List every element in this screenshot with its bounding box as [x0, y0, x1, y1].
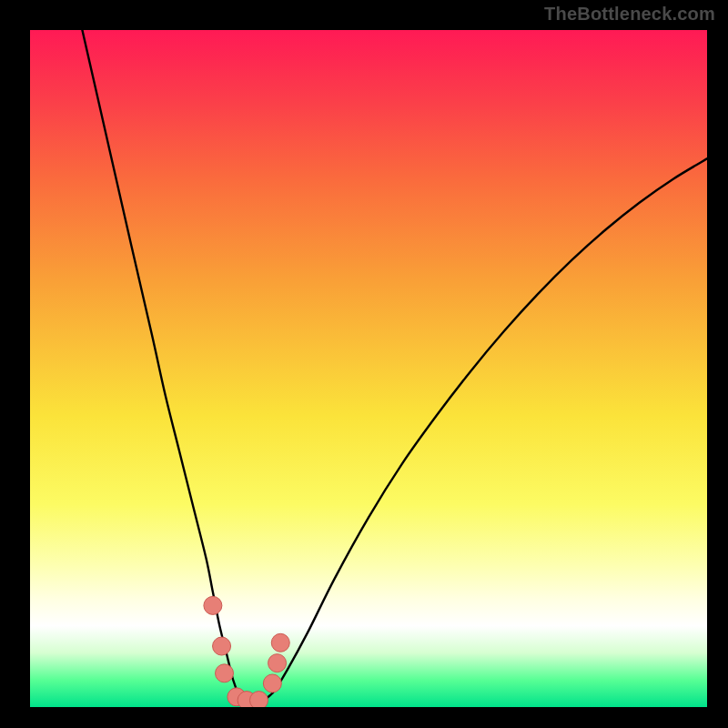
data-marker [216, 664, 234, 682]
marker-group [204, 596, 289, 707]
bottleneck-curve [30, 30, 707, 706]
chart-overlay [30, 30, 707, 707]
data-marker [204, 596, 222, 614]
data-marker [213, 637, 231, 655]
chart-canvas: TheBottleneck.com [0, 0, 728, 728]
data-marker [268, 654, 287, 672]
data-marker [271, 633, 289, 652]
watermark-text: TheBottleneck.com [544, 4, 715, 25]
data-marker [263, 674, 281, 693]
data-marker [249, 692, 268, 707]
